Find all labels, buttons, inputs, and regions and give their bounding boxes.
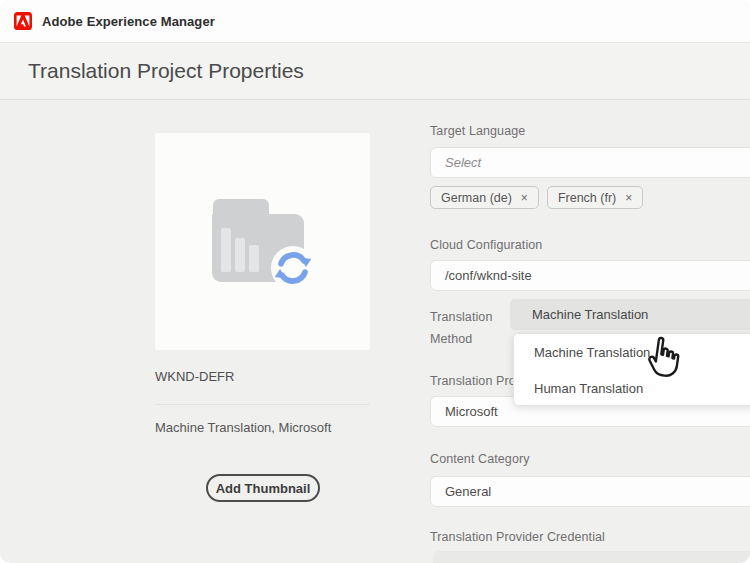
chart-bar bbox=[221, 228, 231, 272]
project-thumbnail bbox=[155, 133, 370, 350]
language-tag-german: German (de) × bbox=[430, 186, 539, 209]
chart-bar bbox=[249, 245, 259, 272]
divider bbox=[155, 404, 370, 405]
remove-tag-icon[interactable]: × bbox=[625, 192, 632, 204]
translation-provider-credential-label: Translation Provider Credential bbox=[430, 530, 605, 544]
translation-method-dropdown: Machine Translation Human Translation bbox=[513, 333, 750, 406]
content-category-value: General bbox=[445, 484, 491, 499]
remove-tag-icon[interactable]: × bbox=[521, 192, 528, 204]
translation-method-select[interactable]: Machine Translation bbox=[510, 299, 750, 330]
target-language-label: Target Language bbox=[430, 124, 525, 138]
translation-method-label: Translation Method bbox=[430, 306, 508, 350]
translation-provider-value: Microsoft bbox=[445, 404, 498, 419]
language-tag-label: German (de) bbox=[441, 191, 512, 205]
target-language-placeholder: Select bbox=[445, 155, 481, 170]
add-thumbnail-button[interactable]: Add Thumbnail bbox=[206, 474, 320, 502]
top-bar: Adobe Experience Manager bbox=[0, 0, 750, 43]
cloud-configuration-label: Cloud Configuration bbox=[430, 238, 542, 252]
target-language-select[interactable]: Select bbox=[430, 147, 750, 178]
adobe-logo-icon bbox=[14, 12, 32, 30]
translation-provider-credential-field[interactable] bbox=[433, 551, 750, 563]
page-title: Translation Project Properties bbox=[28, 59, 304, 83]
title-band: Translation Project Properties bbox=[0, 43, 750, 100]
project-name: WKND-DEFR bbox=[155, 369, 234, 384]
cloud-configuration-value: /conf/wknd-site bbox=[445, 268, 532, 283]
translation-project-properties-screen: Adobe Experience Manager Translation Pro… bbox=[0, 0, 750, 563]
app-title: Adobe Experience Manager bbox=[42, 14, 215, 29]
cloud-configuration-input[interactable]: /conf/wknd-site bbox=[430, 260, 750, 291]
sync-icon bbox=[270, 245, 316, 291]
translation-method-value: Machine Translation bbox=[532, 307, 648, 322]
target-language-tags: German (de) × French (fr) × bbox=[430, 186, 643, 209]
dropdown-option-machine-translation[interactable]: Machine Translation bbox=[514, 334, 750, 370]
content-category-label: Content Category bbox=[430, 452, 530, 466]
project-summary: Machine Translation, Microsoft bbox=[155, 420, 331, 435]
dropdown-option-human-translation[interactable]: Human Translation bbox=[514, 370, 750, 406]
chart-bar bbox=[235, 238, 245, 272]
content-category-input[interactable]: General bbox=[430, 476, 750, 507]
language-tag-label: French (fr) bbox=[558, 191, 616, 205]
language-tag-french: French (fr) × bbox=[547, 186, 643, 209]
